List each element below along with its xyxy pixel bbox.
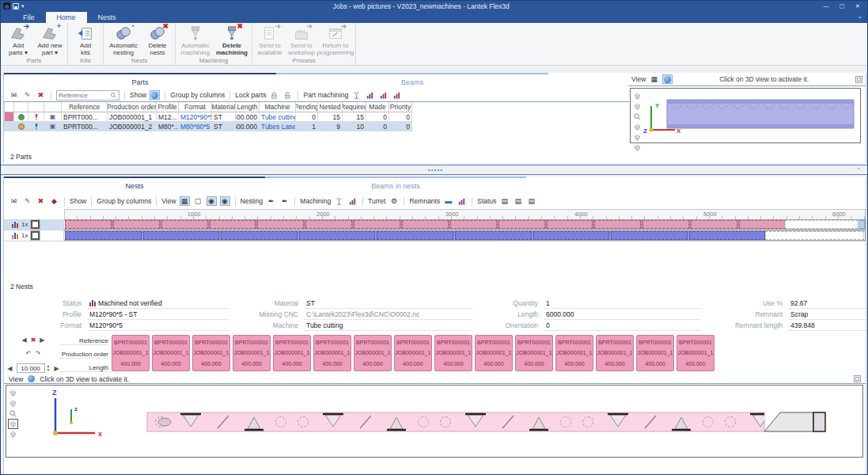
column-header[interactable]: Priority — [389, 102, 412, 112]
collapse-panel-icon[interactable]: ⌃ — [856, 167, 861, 173]
spin-down-icon[interactable]: ▼ — [47, 368, 51, 372]
column-header[interactable]: Machine — [260, 102, 296, 112]
column-header[interactable]: Pending — [296, 102, 318, 112]
delete-icon[interactable]: ✖ — [36, 196, 46, 206]
view-cube-icon[interactable] — [633, 123, 642, 131]
collapse-ribbon-icon[interactable]: ⌄ — [857, 13, 862, 20]
step-right-icon[interactable]: ▶ — [54, 365, 59, 372]
column-header[interactable]: Production order — [108, 102, 157, 112]
column-header[interactable]: Material — [212, 102, 236, 112]
save-icon[interactable] — [13, 3, 19, 10]
part-card[interactable]: BPRT000001 JOB000001_1 400.000 — [515, 335, 553, 371]
machining-remove-icon[interactable] — [392, 90, 402, 100]
group-by-columns-label[interactable]: Group by columns — [170, 91, 225, 99]
new-nest-icon[interactable]: ✉ — [9, 196, 19, 206]
prev-part-icon[interactable]: ◀ — [21, 336, 26, 344]
nested-part-segment[interactable] — [547, 220, 593, 229]
nested-part-segment[interactable] — [113, 220, 160, 229]
view-cube-icon[interactable] — [9, 430, 17, 439]
tab-beams[interactable]: Beams — [276, 73, 548, 89]
splitter-grip[interactable]: ••••• — [428, 166, 443, 173]
zoom-icon[interactable] — [633, 112, 642, 121]
nested-part-segment[interactable] — [65, 231, 142, 240]
status-doc-icon[interactable]: ▤ — [499, 196, 510, 206]
delete-nests-button[interactable]: ✖ Delete nests — [142, 24, 173, 56]
unlock-icon[interactable] — [282, 90, 293, 100]
nest-row[interactable]: 1x — [4, 219, 866, 230]
nested-part-segment[interactable] — [611, 231, 688, 240]
send-to-workshop-button[interactable]: ➔ Send to workshop — [286, 24, 317, 56]
show-parts-eye-icon[interactable]: ◉ — [207, 196, 217, 206]
delete-icon[interactable]: ✖ — [36, 90, 46, 100]
part-card[interactable]: BPRT000001 JOB000001_1 400.000 — [273, 335, 311, 371]
view-grid-icon[interactable]: ▦ — [649, 74, 659, 84]
machining-chart-icon[interactable] — [347, 196, 358, 206]
part-card[interactable]: BPRT000001 JOB000001_1 400.000 — [677, 335, 714, 371]
cell-machine[interactable]: Tube cutting — [260, 112, 296, 122]
ribbon-tab[interactable]: File — [12, 12, 46, 23]
view-3d-toggle-icon[interactable] — [150, 90, 160, 100]
view-cube-icon[interactable] — [633, 143, 642, 152]
part-card[interactable]: BPRT000001 JOB000001_1 400.000 — [636, 335, 674, 371]
maximize-button[interactable]: ▢ — [834, 2, 850, 11]
view-cube-icon[interactable] — [633, 102, 642, 111]
machining-glass-icon[interactable] — [351, 90, 362, 100]
part-card[interactable]: BPRT000001 JOB000001_1 400.000 — [596, 335, 634, 371]
ribbon-tab[interactable]: Nests — [87, 12, 127, 23]
column-header[interactable]: Format — [179, 102, 212, 112]
nested-part-segment[interactable] — [221, 231, 298, 240]
nested-part-segment[interactable] — [691, 220, 737, 229]
nested-part-segment[interactable] — [455, 231, 532, 240]
nested-part-segment[interactable] — [689, 231, 766, 240]
next-part-icon[interactable]: ▶ — [40, 336, 44, 344]
column-header[interactable]: Required — [343, 102, 366, 112]
machining-glass-icon[interactable] — [334, 196, 344, 206]
reference-search[interactable] — [56, 90, 119, 101]
send-to-available-button[interactable]: ➔ Send to available — [254, 24, 286, 56]
nesting-icon[interactable]: ✒ — [266, 196, 276, 206]
column-header[interactable]: Nested — [318, 102, 343, 112]
nested-part-segment[interactable] — [450, 220, 497, 229]
delete-machining-button[interactable]: ✖ Delete machining — [214, 24, 250, 56]
view-cube-icon[interactable] — [633, 92, 642, 101]
cell-format[interactable]: M120*90*5 — [179, 112, 212, 122]
step-left-icon[interactable]: ◀ — [7, 365, 12, 372]
nested-part-segment[interactable] — [143, 231, 220, 240]
lock-icon[interactable] — [269, 90, 279, 100]
show-label[interactable]: Show — [70, 197, 86, 205]
cell-machine[interactable]: Tubes Laser — [260, 122, 296, 131]
tab-nests[interactable]: Nests — [4, 177, 265, 193]
expand-icon[interactable] — [854, 375, 861, 382]
nested-part-segment[interactable] — [210, 220, 256, 229]
view-panel-icon[interactable]: ▢ — [193, 196, 203, 206]
nested-part-segment[interactable] — [161, 220, 208, 229]
parts-3d-view[interactable]: Y X Z — [630, 88, 861, 143]
nested-part-segment[interactable] — [498, 220, 545, 229]
nested-part-segment[interactable] — [65, 220, 112, 229]
nested-part-segment[interactable] — [305, 220, 352, 229]
nested-part-segment[interactable] — [257, 220, 304, 229]
part-card[interactable]: BPRT000001 JOB000001_1 400.000 — [434, 335, 472, 371]
nested-part-segment[interactable] — [533, 231, 610, 240]
remnant-segment[interactable] — [785, 220, 858, 229]
nest-row[interactable]: 1x — [4, 230, 866, 241]
remove-part-icon[interactable]: ✖ — [31, 336, 36, 344]
view-cube-icon[interactable] — [9, 389, 17, 397]
nest-checkbox[interactable] — [31, 220, 40, 229]
close-button[interactable]: ✕ — [850, 2, 866, 11]
redo-icon[interactable]: ↷ — [36, 350, 41, 357]
part-card[interactable]: BPRT000001 JOB000001_1 400.000 — [233, 335, 271, 371]
nest-3d-view[interactable]: Z x z — [6, 385, 863, 458]
automatic-machining-button[interactable]: Automatic machining — [177, 24, 214, 56]
view-cube-icon[interactable] — [9, 399, 17, 408]
zoom-icon[interactable] — [9, 409, 17, 418]
column-header[interactable]: Made — [366, 102, 389, 112]
ribbon-tab[interactable]: Home — [46, 12, 87, 23]
tab-parts[interactable]: Parts — [4, 73, 276, 89]
view-cube-icon[interactable] — [9, 420, 17, 428]
add-kits-button[interactable]: Add kits — [70, 24, 101, 56]
show-label[interactable]: Show — [130, 91, 146, 99]
nested-part-segment[interactable] — [377, 231, 453, 240]
cell-format[interactable]: M80*80*5 — [179, 122, 212, 131]
add-new-part-button[interactable]: + Add new part ▾ — [34, 24, 66, 56]
